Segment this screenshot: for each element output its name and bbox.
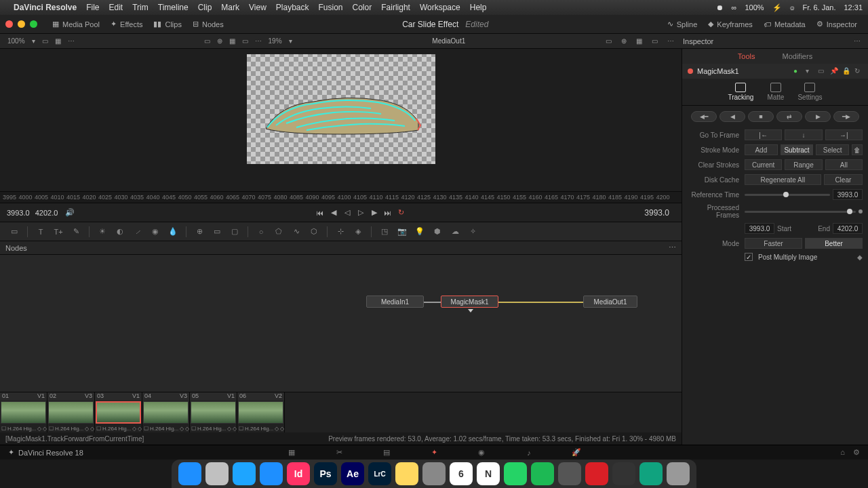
clip-item[interactable]: 04V3☐H.264 Hig...◇◇ — [142, 392, 190, 432]
node-enable-icon[interactable]: ● — [793, 67, 802, 75]
control-center-icon[interactable]: ⌾ — [790, 3, 795, 12]
tool-camera-icon[interactable]: 📷 — [395, 224, 410, 239]
timeline-ruler[interactable]: 3995400040054010401540204025403040354040… — [0, 191, 682, 203]
dock-app-notion[interactable]: N — [477, 462, 500, 485]
processed-start-value[interactable]: 3993.0 — [745, 223, 774, 234]
window-minimize-button[interactable] — [18, 20, 25, 28]
dock-app-appstore[interactable] — [260, 462, 283, 485]
timecode-out[interactable]: 4202.0 — [35, 209, 58, 217]
node-mediain1[interactable]: MediaIn1 — [366, 296, 424, 308]
tab-modifiers[interactable]: Modifiers — [783, 52, 813, 60]
viewer-r3-icon[interactable]: ▦ — [633, 36, 646, 46]
dock-app-safari[interactable] — [233, 462, 256, 485]
page-deliver-icon[interactable]: 🚀 — [570, 447, 583, 458]
dock-app-calendar[interactable]: 6 — [450, 462, 473, 485]
tool-bitmap-icon[interactable]: ⬡ — [307, 224, 321, 239]
clip-item[interactable]: 02V3☐H.264 Hig...◇◇ — [47, 392, 95, 432]
viewer-r2-icon[interactable]: ⊕ — [618, 36, 630, 46]
tool-render-icon[interactable]: ⬢ — [430, 224, 445, 239]
post-multiply-checkbox[interactable]: ✓ — [745, 253, 753, 261]
tool-mask-ellipse-icon[interactable]: ○ — [254, 224, 269, 239]
tool-bspline-icon[interactable]: ∿ — [289, 224, 304, 239]
tool-text3d-icon[interactable]: T+ — [51, 224, 66, 239]
tool-bg-icon[interactable]: ▭ — [7, 224, 22, 239]
node-magicmask1[interactable]: MagicMask1 — [441, 296, 498, 308]
track-stop-button[interactable]: ■ — [748, 111, 774, 122]
clear-all-button[interactable]: All — [825, 159, 863, 170]
dock-app-quicktime[interactable] — [558, 462, 581, 485]
menu-trim[interactable]: Trim — [132, 3, 149, 12]
goto-current-button[interactable]: ↓ — [785, 129, 822, 140]
tool-particle-icon[interactable]: ✧ — [465, 224, 480, 239]
page-fusion-icon[interactable]: ✦ — [427, 447, 441, 458]
node-pin-icon[interactable]: 📌 — [830, 67, 838, 75]
tool-tracker-icon[interactable]: ⊹ — [333, 224, 348, 239]
regenerate-button[interactable]: Regenerate All — [745, 174, 821, 185]
page-fairlight-icon[interactable]: ♪ — [522, 447, 536, 458]
track-forward-button[interactable]: ▶ — [805, 111, 831, 122]
track-forward-all-button[interactable]: ━▶ — [833, 111, 859, 122]
dock-app-davinci[interactable] — [612, 462, 635, 485]
node-reset-icon[interactable]: ↻ — [854, 67, 863, 75]
goto-end-button[interactable]: →| — [825, 129, 863, 140]
tool-planar-icon[interactable]: ◈ — [351, 224, 366, 239]
viewer-r1-icon[interactable]: ▭ — [602, 36, 615, 46]
goto-start-button[interactable]: |← — [745, 129, 782, 140]
window-close-button[interactable] — [5, 20, 13, 28]
dock-app-lightroom[interactable]: LrC — [368, 462, 391, 485]
track-reverse-all-button[interactable]: ◀━ — [691, 111, 717, 122]
menu-playback[interactable]: Playback — [276, 3, 309, 12]
tool-drop-icon[interactable]: 💧 — [165, 224, 180, 239]
mode-faster-button[interactable]: Faster — [745, 238, 802, 249]
panel-media-pool[interactable]: ▦Media Pool — [47, 18, 105, 30]
dock-app-creative-cloud[interactable] — [585, 462, 608, 485]
menu-fusion[interactable]: Fusion — [319, 3, 343, 12]
dock-app-finder[interactable] — [178, 462, 201, 485]
tool-blur-icon[interactable]: ◐ — [113, 224, 127, 239]
tool-3d-icon[interactable]: ◳ — [377, 224, 392, 239]
menu-view[interactable]: View — [249, 3, 267, 12]
dock-app-spotify[interactable] — [531, 462, 554, 485]
viewer-checker-icon[interactable]: ▦ — [52, 36, 64, 46]
viewer-c-icon[interactable]: ▦ — [226, 36, 239, 46]
clip-item[interactable]: 03V1☐H.264 Hig...◇◇ — [95, 392, 142, 432]
viewer-zoom-left[interactable]: 100% — [4, 36, 28, 46]
stroke-delete-button[interactable]: 🗑 — [852, 144, 863, 155]
menu-timeline[interactable]: Timeline — [158, 3, 189, 12]
panel-keyframes[interactable]: ◆Keyframes — [703, 18, 758, 30]
tool-light-icon[interactable]: 💡 — [412, 224, 427, 239]
track-reverse-button[interactable]: ◀ — [719, 111, 745, 122]
loop-icon[interactable]: ↻ — [395, 206, 408, 220]
reference-time-slider[interactable] — [745, 194, 830, 196]
tool-merge-icon[interactable]: ⊕ — [192, 224, 207, 239]
tool-paint-icon[interactable]: ✎ — [68, 224, 83, 239]
step-fwd-icon[interactable]: ▶ — [368, 206, 381, 220]
viewer-b-icon[interactable]: ⊕ — [214, 36, 226, 46]
dock-app-settings[interactable] — [422, 462, 446, 485]
dock-app-trash[interactable] — [667, 462, 690, 485]
dock-app-indesign[interactable]: Id — [287, 462, 310, 485]
project-settings-icon[interactable]: ⚙ — [853, 448, 860, 457]
window-maximize-button[interactable] — [30, 20, 37, 28]
nodes-canvas[interactable]: MediaIn1MagicMask1MediaOut1 — [0, 255, 682, 392]
menu-fairlight[interactable]: Fairlight — [381, 3, 410, 12]
tool-color-icon[interactable]: ◉ — [148, 224, 163, 239]
clear-range-button[interactable]: Range — [785, 159, 822, 170]
viewer-zoom-right[interactable]: 19% — [265, 36, 285, 46]
tool-sharpen-icon[interactable]: ⟋ — [130, 224, 145, 239]
tool-xf-icon[interactable]: ▭ — [210, 224, 224, 239]
menu-mark[interactable]: Mark — [221, 3, 239, 12]
wifi-icon[interactable]: ⚡ — [772, 3, 782, 12]
tool-brightness-icon[interactable]: ☀ — [95, 224, 110, 239]
node-version-icon[interactable]: ▭ — [818, 67, 826, 75]
clip-item[interactable]: 01V1☐H.264 Hig...◇◇ — [0, 392, 47, 432]
tool-mask-rect-icon[interactable]: ▢ — [227, 224, 242, 239]
viewer-layout-icon[interactable]: ▭ — [39, 36, 52, 46]
inspector-expand-icon[interactable]: ⋯ — [850, 36, 864, 46]
play-icon[interactable]: ▷ — [354, 206, 368, 220]
clear-current-button[interactable]: Current — [745, 159, 782, 170]
node-lock-icon[interactable]: 🔒 — [842, 67, 850, 75]
tab-tools[interactable]: Tools — [738, 52, 755, 60]
home-icon[interactable]: ⌂ — [840, 448, 845, 457]
processed-end-value[interactable]: 4202.0 — [833, 223, 863, 234]
